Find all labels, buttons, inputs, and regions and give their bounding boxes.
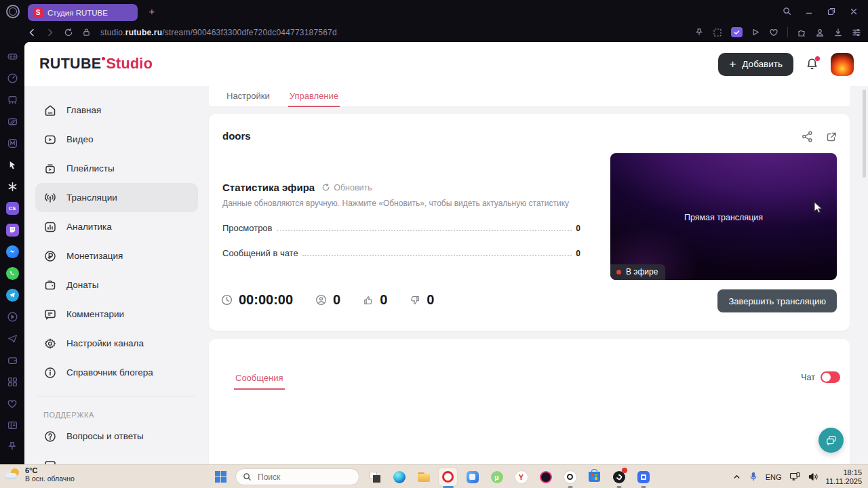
stream-preview[interactable]: Прямая трансляция В эфире [610, 153, 837, 280]
weather-widget[interactable]: 6°C В осн. облачно [5, 467, 75, 483]
pointer-icon[interactable] [3, 156, 21, 174]
taskbar-icon-blue-square[interactable] [634, 468, 652, 486]
pin-icon[interactable] [694, 28, 704, 37]
taskbar-icon-opera[interactable] [439, 468, 457, 486]
bookmark-heart-icon[interactable] [769, 28, 778, 37]
chat-toggle[interactable] [821, 371, 840, 383]
downloads-icon[interactable] [833, 28, 843, 37]
sidebar-item-clipped[interactable] [35, 451, 198, 464]
sidebar-item-channel-settings[interactable]: Настройки канала [35, 329, 198, 358]
sidebar-item-faq[interactable]: Вопросы и ответы [35, 422, 198, 451]
rutube-studio-page: RUTUBE Studio + Добавить Главная [24, 42, 868, 464]
send-icon[interactable] [3, 329, 21, 347]
taskbar-icon-blue-app[interactable] [463, 468, 481, 486]
start-button[interactable] [212, 468, 229, 486]
browser-tabstrip: S Студия RUTUBE + [0, 0, 868, 22]
whatsapp-icon[interactable] [3, 264, 21, 282]
refresh-button[interactable]: Обновить [321, 183, 372, 192]
profile-icon[interactable] [815, 28, 825, 37]
panels-icon[interactable] [3, 416, 21, 434]
opera-menu-icon[interactable] [6, 5, 20, 18]
tab-messages[interactable]: Сообщения [235, 373, 283, 383]
restore-icon[interactable] [824, 4, 839, 19]
taskbar-search[interactable] [235, 468, 359, 485]
tab-management[interactable]: Управление [290, 86, 338, 107]
cs-badge-icon[interactable]: CS [3, 199, 21, 217]
site-lock-icon[interactable] [82, 28, 91, 37]
rail-pin-icon[interactable] [3, 438, 21, 455]
thumb-up-icon [362, 294, 374, 306]
new-tab-button[interactable]: + [144, 4, 159, 19]
stat-row-chat-messages: Сообщений в чате 0 [222, 248, 580, 258]
ruble-icon [43, 249, 57, 263]
taskbar-clock[interactable]: 18:15 11.11.2025 [826, 468, 862, 486]
sidebar-item-blogger-guide[interactable]: Справочник блогера [35, 358, 198, 387]
refresh-icon [321, 183, 330, 192]
taskbar-icon-utorrent[interactable]: µ [488, 468, 506, 486]
taskbar-icon-ms-store[interactable] [585, 468, 604, 486]
speed-dial-icon[interactable] [3, 69, 21, 87]
sidebar-item-comments[interactable]: Комментарии [35, 300, 198, 329]
vpn-shield-icon[interactable] [731, 27, 743, 37]
tray-speaker-icon[interactable] [808, 472, 818, 481]
taskbar-icon-explorer[interactable] [414, 468, 433, 486]
forward-icon[interactable] [45, 28, 55, 37]
sidebar-divider [38, 396, 195, 397]
main-content: Настройки Управление doors Статистика эф… [209, 86, 850, 464]
taskbar-icon-yandex[interactable]: Y [512, 468, 530, 486]
taskbar-icon-obs[interactable] [610, 468, 628, 486]
live-badge: В эфире [610, 264, 665, 280]
m-badge-icon[interactable] [3, 134, 21, 152]
taskbar-icon-opera-gx[interactable] [536, 468, 555, 486]
wallet-icon[interactable] [3, 351, 21, 369]
sidebar-item-analytics[interactable]: Аналитика [35, 212, 198, 241]
back-icon[interactable] [27, 28, 37, 37]
browser-tab[interactable]: S Студия RUTUBE [28, 4, 138, 21]
reload-icon[interactable] [64, 28, 73, 37]
search-input[interactable] [256, 472, 344, 483]
taskbar-icon-screens[interactable] [366, 468, 384, 486]
sidebar-item-monetization[interactable]: Монетизация [35, 241, 198, 270]
easel-icon[interactable] [3, 91, 21, 108]
settings-sliders-icon[interactable] [852, 28, 861, 37]
url-text[interactable]: studio.rutube.ru/stream/900463f3300dfe72… [100, 28, 337, 37]
user-avatar[interactable] [831, 53, 854, 76]
minimize-icon[interactable] [802, 4, 816, 19]
workspace-icon[interactable] [3, 47, 21, 65]
rutube-studio-logo[interactable]: RUTUBE Studio [39, 56, 153, 73]
messenger-icon[interactable] [3, 243, 21, 260]
sidebar-item-streams[interactable]: Трансляции [35, 183, 198, 212]
tray-mic-icon[interactable] [749, 472, 758, 482]
taskbar-icon-edge[interactable] [390, 468, 408, 486]
page-scrollbar[interactable] [863, 89, 866, 178]
video-popout-icon[interactable] [751, 28, 760, 37]
open-external-icon[interactable] [825, 130, 837, 143]
toggle-knob [822, 373, 831, 382]
close-icon[interactable] [846, 4, 861, 19]
heart-icon[interactable] [3, 394, 21, 412]
apps-grid-icon[interactable] [3, 373, 21, 390]
sidebar-item-donations[interactable]: Донаты [35, 270, 198, 300]
end-stream-button[interactable]: Завершить трансляцию [717, 289, 837, 312]
tray-network-icon[interactable] [789, 472, 801, 482]
support-chat-fab[interactable] [818, 428, 844, 453]
search-icon[interactable] [779, 4, 794, 19]
cards-icon[interactable] [3, 113, 21, 130]
sidebar-item-playlists[interactable]: Плейлисты [35, 154, 198, 183]
tray-chevron-up-icon[interactable] [732, 472, 741, 481]
taskbar-icon-steelseries[interactable] [561, 468, 579, 486]
add-button[interactable]: + Добавить [718, 53, 793, 76]
extensions-icon[interactable] [797, 28, 806, 37]
share-icon[interactable] [801, 130, 814, 143]
snapshot-icon[interactable] [713, 28, 722, 37]
twitch-icon[interactable] [3, 221, 21, 239]
language-indicator[interactable]: ENG [766, 473, 782, 481]
weather-condition: В осн. облачно [25, 475, 75, 483]
tab-settings[interactable]: Настройки [226, 86, 270, 107]
telegram-icon[interactable] [3, 286, 21, 304]
play-circle-icon[interactable] [3, 308, 21, 325]
sidebar-item-video[interactable]: Видео [35, 125, 198, 154]
sidebar-item-home[interactable]: Главная [35, 96, 198, 125]
notifications-bell-icon[interactable] [805, 57, 819, 71]
chatgpt-icon[interactable] [3, 178, 21, 195]
